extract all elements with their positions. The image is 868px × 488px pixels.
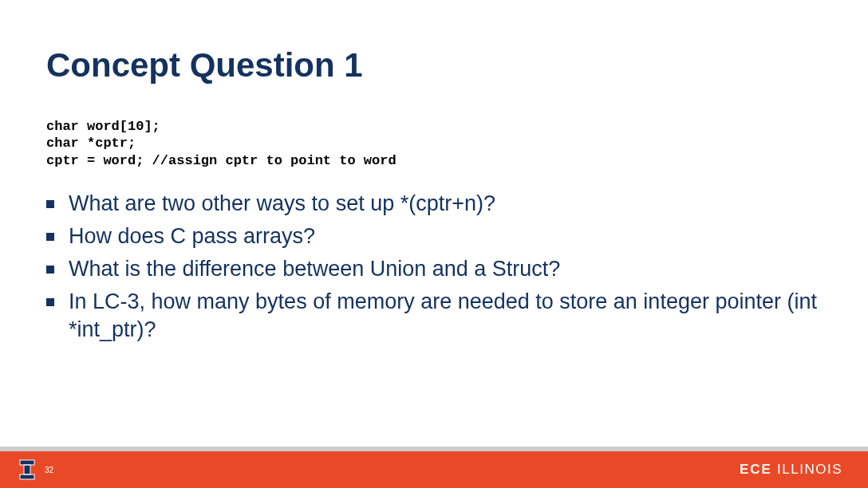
bullet-marker-icon (46, 200, 54, 208)
page-number: 32 (45, 466, 53, 474)
bullet-text: How does C pass arrays? (69, 222, 315, 250)
footer-left: 32 (18, 458, 53, 482)
footer-brand: ECE ILLINOIS (740, 462, 842, 478)
code-line-1: char word[10]; (46, 119, 160, 134)
bullet-item: In LC-3, how many bytes of memory are ne… (46, 288, 822, 344)
bullet-item: How does C pass arrays? (46, 222, 822, 250)
bullet-list: What are two other ways to set up *(cptr… (46, 190, 822, 348)
bullet-marker-icon (46, 298, 54, 306)
footer-brand-bold: ECE (740, 462, 772, 477)
illinois-logo-icon (18, 458, 37, 482)
bullet-text: What are two other ways to set up *(cptr… (69, 190, 495, 218)
bullet-marker-icon (46, 233, 54, 241)
svg-rect-1 (24, 465, 30, 474)
svg-rect-2 (20, 474, 34, 479)
code-line-2: char *cptr; (46, 136, 136, 151)
footer-brand-rest: ILLINOIS (772, 462, 842, 477)
bullet-text: In LC-3, how many bytes of memory are ne… (69, 288, 822, 344)
svg-rect-0 (20, 460, 34, 465)
bullet-item: What are two other ways to set up *(cptr… (46, 190, 822, 218)
bullet-marker-icon (46, 266, 54, 274)
code-block: char word[10]; char *cptr; cptr = word; … (46, 118, 397, 169)
slide: Concept Question 1 char word[10]; char *… (0, 0, 868, 488)
footer-bar: 32 ECE ILLINOIS (0, 451, 868, 488)
slide-title: Concept Question 1 (46, 46, 363, 85)
bullet-text: What is the difference between Union and… (69, 255, 560, 283)
bullet-item: What is the difference between Union and… (46, 255, 822, 283)
code-line-3: cptr = word; //assign cptr to point to w… (46, 153, 397, 168)
